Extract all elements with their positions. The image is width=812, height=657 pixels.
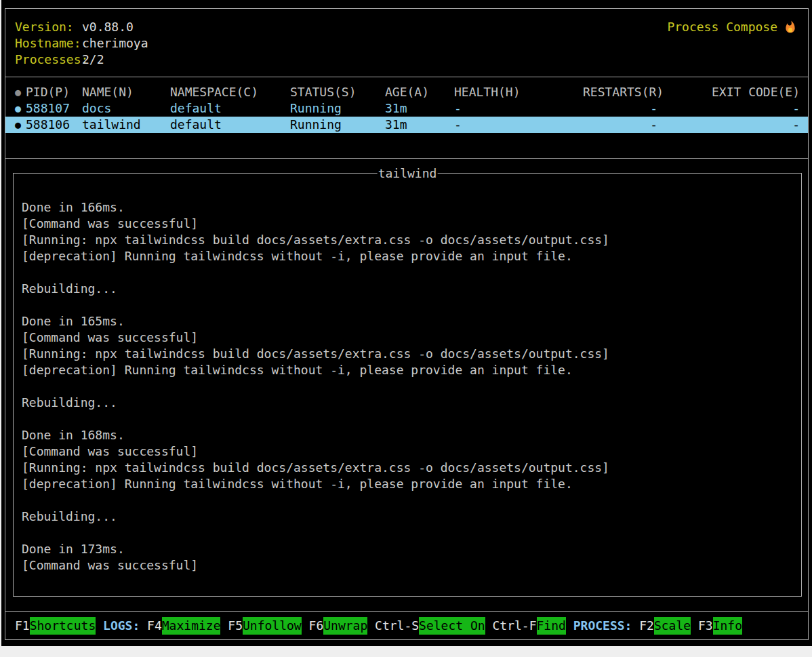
- cell-name: docs: [82, 100, 170, 117]
- action-badge[interactable]: Shortcuts: [30, 617, 96, 635]
- header-field: Hostname: cherimoya: [15, 35, 798, 52]
- action-badge[interactable]: Scale: [654, 617, 691, 635]
- column-pid: PID(P): [26, 84, 82, 100]
- app-header: Version: v0.88.0 Hostname: cherimoya Pro…: [5, 9, 808, 77]
- cell-pid: 588107: [26, 100, 82, 117]
- cell-status: Running: [290, 117, 385, 133]
- app-title-row: Process Compose: [667, 19, 797, 35]
- column-name: NAME(N): [82, 84, 170, 100]
- header-field-value: v0.88.0: [82, 19, 134, 35]
- cell-name: tailwind: [82, 117, 170, 133]
- column-restarts: RESTARTS(R): [583, 84, 657, 100]
- cell-age: 31m: [385, 100, 454, 117]
- cell-exit-code: -: [657, 117, 800, 133]
- process-table-rows: ● 588107 docs default Running 31m - - - …: [5, 100, 808, 133]
- cell-namespace: default: [170, 100, 290, 117]
- log-output[interactable]: Done in 166ms. [Command was successful] …: [14, 174, 801, 596]
- process-table-header: ● PID(P) NAME(N) NAMESPACE(C) STATUS(S) …: [5, 84, 808, 100]
- process-row[interactable]: ● 588107 docs default Running 31m - - -: [5, 100, 808, 117]
- column-health: HEALTH(H): [454, 84, 583, 100]
- cell-pid: 588106: [26, 117, 82, 133]
- app-title: Process Compose: [667, 19, 777, 35]
- column-exit-code: EXIT CODE(E): [657, 84, 800, 100]
- action-badge[interactable]: Unwrap: [323, 617, 367, 635]
- hotkey-label: F2: [639, 617, 654, 635]
- header-field-label: Hostname:: [15, 35, 82, 52]
- hotkey-label: Ctrl-F: [485, 617, 537, 635]
- cell-health: -: [454, 100, 583, 117]
- app-frame: Version: v0.88.0 Hostname: cherimoya Pro…: [5, 8, 809, 640]
- action-badge[interactable]: Info: [713, 617, 742, 635]
- section-label: LOGS:: [96, 617, 147, 635]
- cell-namespace: default: [170, 117, 290, 133]
- fire-icon: [784, 20, 797, 35]
- status-bar: F1Shortcuts LOGS: F4Maximize F5Unfollow …: [5, 611, 808, 639]
- process-table: ● PID(P) NAME(N) NAMESPACE(C) STATUS(S) …: [5, 77, 808, 158]
- cell-status: Running: [290, 100, 385, 117]
- log-panel-title: tailwind: [378, 165, 438, 182]
- section-label: PROCESS:: [566, 617, 639, 635]
- header-field-label: Processes:: [15, 52, 82, 68]
- header-field-value: 2/2: [82, 52, 104, 68]
- row-indicator-icon: ●: [15, 84, 26, 100]
- header-field-label: Version:: [15, 19, 82, 35]
- hotkey-label: Ctrl-S: [367, 617, 419, 635]
- hotkey-label: F1: [15, 617, 30, 635]
- action-badge[interactable]: Maximize: [162, 617, 221, 635]
- hotkey-label: F3: [691, 617, 713, 635]
- action-badge[interactable]: Unfollow: [243, 617, 302, 635]
- cell-age: 31m: [385, 117, 454, 133]
- hotkey-label: F4: [147, 617, 162, 635]
- column-age: AGE(A): [385, 84, 454, 100]
- cell-health: -: [454, 117, 583, 133]
- header-field: Processes: 2/2: [15, 52, 798, 68]
- action-badge[interactable]: Select On: [419, 617, 485, 635]
- row-indicator-icon: ●: [15, 100, 26, 117]
- log-panel: tailwind Done in 166ms. [Command was suc…: [13, 173, 802, 597]
- cell-restarts: -: [583, 100, 657, 117]
- header-field-value: cherimoya: [82, 35, 148, 52]
- action-badge[interactable]: Find: [537, 617, 566, 635]
- process-row[interactable]: ● 588106 tailwind default Running 31m - …: [5, 117, 808, 133]
- hotkey-label: F5: [220, 617, 243, 635]
- cell-exit-code: -: [657, 100, 800, 117]
- row-indicator-icon: ●: [15, 117, 26, 133]
- column-status: STATUS(S): [290, 84, 385, 100]
- column-namespace: NAMESPACE(C): [170, 84, 290, 100]
- cell-restarts: -: [583, 117, 657, 133]
- log-section: tailwind Done in 166ms. [Command was suc…: [5, 158, 808, 611]
- process-compose-terminal: Version: v0.88.0 Hostname: cherimoya Pro…: [1, 0, 812, 646]
- hotkey-label: F6: [302, 617, 324, 635]
